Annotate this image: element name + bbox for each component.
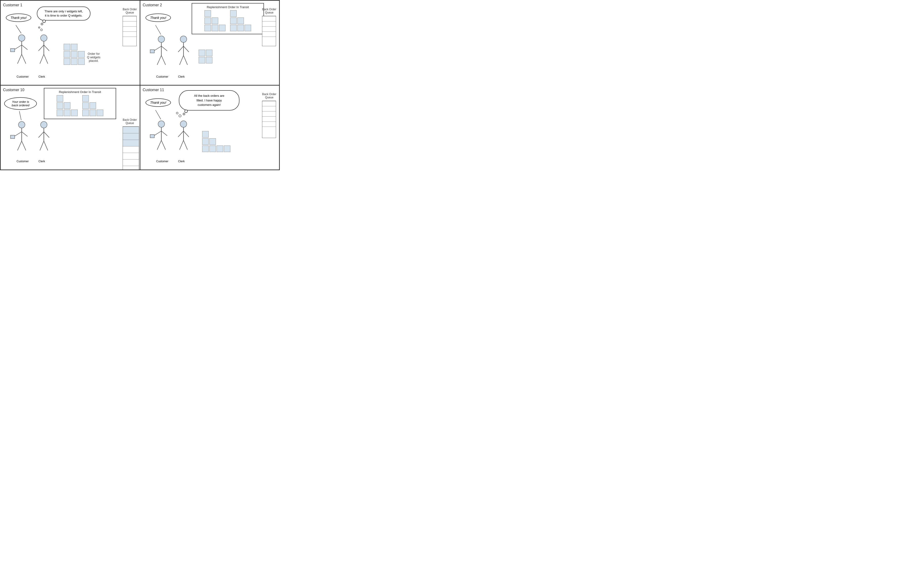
box — [199, 57, 205, 63]
panel-customer1: Customer 1 Thank you! There are only r w… — [0, 0, 140, 85]
svg-line-35 — [22, 132, 27, 136]
box — [204, 10, 211, 17]
box — [212, 18, 218, 24]
box — [71, 44, 77, 50]
panel4-speech: Thank you! — [146, 98, 171, 107]
svg-line-28 — [180, 56, 183, 65]
panel2-queue — [262, 16, 276, 46]
panel1-thought: There are only r widgets left,it is time… — [37, 6, 90, 21]
box — [204, 18, 211, 24]
queue-cell — [262, 26, 276, 32]
box — [237, 25, 244, 31]
panel1-clerk-label: Clerk — [39, 75, 45, 78]
panel2-clerk-label: Clerk — [178, 75, 184, 78]
panel-customer10: Customer 10 Your order isback ordered Re… — [0, 85, 140, 170]
box — [199, 50, 205, 56]
panel4-queue-title: Back OrderQueue — [262, 93, 276, 99]
box — [244, 25, 251, 31]
svg-line-36 — [18, 141, 22, 150]
box — [90, 102, 96, 109]
box — [230, 18, 237, 24]
box — [71, 110, 78, 116]
panel1-queue-area: Back OrderQueue — [123, 8, 137, 15]
queue-cell — [262, 101, 276, 106]
box — [64, 44, 70, 50]
box — [212, 25, 218, 31]
svg-line-56 — [178, 131, 183, 137]
box — [64, 102, 70, 109]
box — [237, 18, 244, 24]
svg-rect-20 — [150, 50, 154, 53]
main-grid: Customer 1 Thank you! There are only r w… — [0, 0, 280, 170]
queue-cell — [123, 37, 136, 42]
svg-point-1 — [18, 35, 25, 41]
panel3-transit: Replenishment Order In Transit — [44, 88, 116, 119]
queue-cell — [123, 166, 139, 170]
svg-point-47 — [158, 121, 165, 127]
box — [202, 146, 208, 152]
svg-line-11 — [44, 45, 49, 51]
panel2-transit: Replenishment Order In Transit — [192, 3, 264, 34]
svg-line-12 — [40, 54, 44, 64]
panel1-speech: Thank you! — [6, 14, 31, 22]
queue-cell — [123, 159, 139, 166]
panel3-queue-title: Back OrderQueue — [123, 118, 137, 125]
box — [209, 138, 216, 145]
svg-line-41 — [44, 132, 49, 138]
box — [230, 25, 237, 31]
svg-rect-4 — [10, 48, 15, 52]
svg-line-51 — [161, 131, 167, 136]
queue-cell — [262, 116, 276, 122]
queue-cell — [262, 21, 276, 26]
box — [204, 25, 211, 31]
box — [202, 138, 208, 145]
svg-line-0 — [16, 25, 21, 33]
box — [206, 50, 212, 56]
queue-cell — [123, 146, 139, 153]
queue-cell — [123, 153, 139, 159]
box — [78, 58, 85, 65]
box — [219, 25, 225, 31]
svg-line-7 — [22, 54, 26, 64]
svg-line-57 — [183, 131, 189, 137]
panel4-queue-area: Back OrderQueue — [262, 93, 276, 100]
queue-cell — [123, 32, 136, 37]
box — [97, 110, 103, 116]
svg-point-14 — [40, 29, 42, 31]
box — [57, 110, 63, 116]
svg-line-42 — [40, 141, 44, 150]
panel1-queue — [123, 16, 136, 46]
box — [71, 58, 77, 65]
svg-line-23 — [161, 56, 165, 65]
panel3-customer-label: Customer — [16, 160, 28, 163]
panel2-transit-title: Replenishment Order In Transit — [194, 5, 262, 9]
svg-line-3 — [14, 45, 22, 50]
svg-line-49 — [154, 131, 161, 136]
svg-line-44 — [156, 110, 161, 119]
queue-cell — [123, 127, 139, 133]
svg-line-6 — [18, 54, 22, 64]
panel4-title: Customer 11 — [143, 88, 164, 92]
svg-rect-50 — [150, 135, 154, 138]
panel3-title: Customer 10 — [3, 88, 24, 92]
svg-point-38 — [40, 122, 47, 128]
panel1-title: Customer 1 — [3, 3, 22, 7]
panel4-clerk-label: Clerk — [178, 160, 184, 163]
queue-cell — [262, 106, 276, 111]
svg-line-30 — [20, 111, 21, 120]
box — [82, 110, 89, 116]
svg-point-45 — [179, 115, 181, 117]
svg-line-58 — [180, 140, 183, 150]
box — [230, 10, 237, 17]
svg-line-43 — [44, 141, 48, 150]
box — [90, 110, 96, 116]
queue-cell — [262, 122, 276, 127]
panel2-title: Customer 2 — [143, 3, 162, 7]
svg-line-27 — [183, 46, 189, 52]
queue-cell — [123, 133, 139, 140]
panel-customer11: Customer 11 Thank you! All the back orde… — [140, 85, 279, 170]
svg-point-17 — [158, 36, 165, 42]
box — [57, 95, 63, 102]
svg-line-40 — [39, 132, 44, 138]
box — [224, 146, 230, 152]
